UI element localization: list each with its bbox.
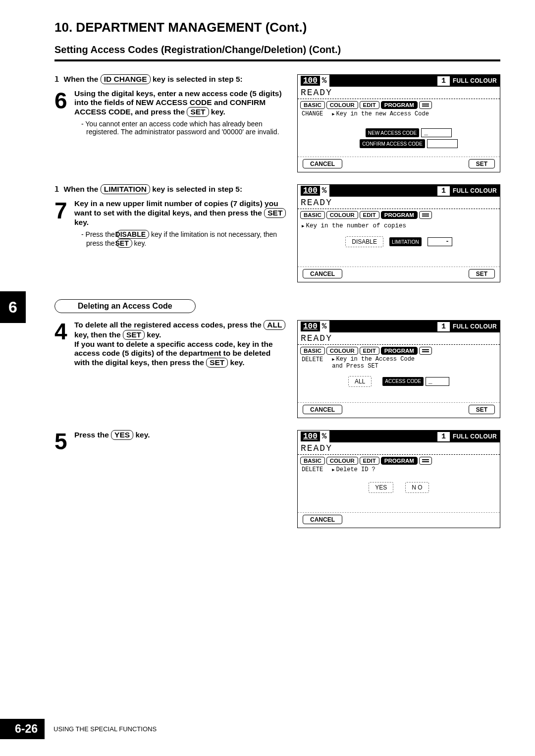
svg-rect-3 (422, 216, 429, 216)
context-label: CHANGE (302, 110, 323, 117)
step-6-text: Using the digital keys, enter a new acce… (74, 89, 282, 116)
svg-rect-4 (422, 349, 429, 350)
lcd-panel-delete: 100% 1FULL COLOUR READY BASIC COLOUR EDI… (297, 320, 500, 418)
footer-text: USING THE SPECIAL FUNCTIONS (54, 725, 157, 733)
new-access-code-field[interactable]: _ (421, 128, 452, 137)
tab-program[interactable]: PROGRAM (381, 347, 418, 355)
step-7-note: - Press the DISABLE key if the limitatio… (74, 230, 286, 248)
cancel-button[interactable]: CANCEL (303, 405, 342, 414)
ready-status: READY (298, 442, 500, 455)
tab-program[interactable]: PROGRAM (381, 101, 418, 109)
access-code-field[interactable]: _ (426, 377, 449, 386)
disable-button[interactable]: DISABLE (345, 236, 383, 247)
svg-rect-7 (422, 461, 429, 462)
tab-settings-icon[interactable] (419, 347, 432, 355)
context-label: DELETE (302, 466, 323, 473)
tab-settings-icon[interactable] (419, 457, 432, 465)
svg-rect-5 (422, 351, 429, 352)
step-number-4: 4 (54, 320, 71, 368)
all-button[interactable]: ALL (348, 376, 372, 387)
when-line-6: l When the ID CHANGE key is selected in … (54, 74, 286, 84)
step-4-text: To delete all the registered access code… (74, 321, 285, 367)
context-prompt: Key in the Access Code and Press SET (332, 356, 496, 370)
section-title: Setting Access Codes (Registration/Chang… (54, 44, 500, 61)
limitation-prompt: Key in the number of copies (302, 222, 496, 229)
zoom-value: 100 (301, 76, 320, 86)
context-prompt: Delete ID ? (332, 466, 496, 473)
step-6-note: - You cannot enter an access code which … (74, 120, 286, 136)
colour-mode: FULL COLOUR (453, 433, 497, 440)
confirm-access-code-field[interactable] (427, 139, 458, 148)
tab-basic[interactable]: BASIC (300, 211, 325, 219)
tab-program[interactable]: PROGRAM (381, 457, 418, 465)
tab-edit[interactable]: EDIT (360, 101, 379, 109)
limitation-field[interactable]: - (428, 237, 452, 246)
cancel-button[interactable]: CANCEL (303, 515, 342, 524)
ready-status: READY (298, 197, 500, 209)
tab-colour[interactable]: COLOUR (326, 457, 358, 465)
step-number-5: 5 (54, 430, 71, 453)
cancel-button[interactable]: CANCEL (303, 269, 342, 278)
chapter-title: 10. DEPARTMENT MANAGEMENT (Cont.) (54, 20, 500, 35)
confirm-access-code-label: CONFIRM ACCESS CODE (360, 139, 425, 148)
page-number: 6-26 (0, 719, 45, 739)
zoom-value: 100 (301, 432, 320, 441)
context-prompt: Key in the new Access Code (332, 110, 496, 117)
tab-program[interactable]: PROGRAM (381, 211, 418, 219)
deleting-subheading: Deleting an Access Code (54, 299, 196, 313)
set-key: SET (123, 330, 145, 340)
tab-colour[interactable]: COLOUR (326, 101, 358, 109)
tab-edit[interactable]: EDIT (360, 457, 379, 465)
ready-status: READY (298, 332, 500, 345)
percent-sign: % (322, 432, 327, 441)
set-button[interactable]: SET (469, 159, 495, 168)
tab-basic[interactable]: BASIC (300, 457, 325, 465)
ready-status: READY (298, 87, 500, 99)
tab-settings-icon[interactable] (419, 211, 432, 219)
step-7-text: Key in a new upper limit number of copie… (74, 199, 286, 226)
step-number-7: 7 (54, 199, 71, 248)
step-5-text: Press the YES key. (74, 431, 150, 439)
chapter-side-tab: 6 (0, 291, 26, 323)
yes-key: YES (111, 430, 133, 440)
zoom-value: 100 (301, 322, 320, 331)
copy-count: 1 (437, 186, 450, 196)
all-key: ALL (264, 320, 285, 330)
percent-sign: % (322, 186, 327, 195)
id-change-key: ID CHANGE (101, 74, 151, 84)
page-footer: 6-26 USING THE SPECIAL FUNCTIONS (0, 719, 157, 739)
lcd-panel-change: 100 % 1 FULL COLOUR READY BASIC COLOUR E… (297, 74, 500, 172)
no-button[interactable]: N O (405, 482, 428, 493)
yes-button[interactable]: YES (369, 482, 393, 493)
set-button[interactable]: SET (469, 405, 495, 414)
tab-basic[interactable]: BASIC (300, 347, 325, 355)
tab-edit[interactable]: EDIT (360, 211, 379, 219)
set-key: SET (206, 358, 228, 368)
tab-edit[interactable]: EDIT (360, 347, 379, 355)
svg-rect-1 (422, 106, 429, 107)
tab-colour[interactable]: COLOUR (326, 347, 358, 355)
set-button[interactable]: SET (469, 269, 495, 278)
lcd-panel-confirm-delete: 100% 1FULL COLOUR READY BASIC COLOUR EDI… (297, 430, 500, 528)
disable-key: DISABLE (117, 230, 149, 239)
tab-basic[interactable]: BASIC (300, 101, 325, 109)
svg-rect-6 (422, 459, 429, 460)
new-access-code-label: NEW ACCESS CODE (366, 128, 419, 137)
tab-settings-icon[interactable] (419, 101, 432, 109)
copy-count: 1 (437, 322, 450, 331)
copy-count: 1 (437, 432, 450, 441)
when-line-7: l When the LIMITATION key is selected in… (54, 184, 286, 194)
copy-count: 1 (437, 76, 450, 86)
colour-mode: FULL COLOUR (453, 77, 497, 84)
percent-sign: % (322, 322, 327, 331)
cancel-button[interactable]: CANCEL (303, 159, 342, 168)
set-key: SET (187, 107, 209, 117)
limitation-label: LIMITATION (389, 237, 422, 246)
tab-colour[interactable]: COLOUR (326, 211, 358, 219)
context-label: DELETE (302, 356, 323, 370)
svg-rect-0 (422, 104, 429, 105)
percent-sign: % (322, 76, 327, 85)
svg-rect-2 (422, 214, 429, 215)
set-key: SET (116, 239, 132, 248)
set-key: SET (264, 208, 286, 218)
